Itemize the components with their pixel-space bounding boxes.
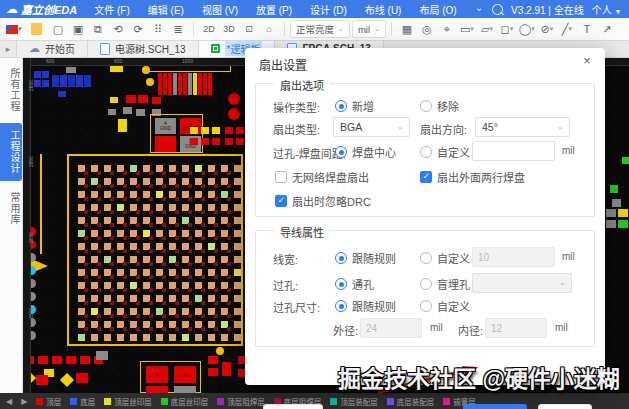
toolbar-icon-right-8[interactable]: ╱▾ — [557, 21, 577, 37]
layer-chip-5[interactable]: 顶层阻焊层 — [217, 396, 265, 407]
pcb-shape-33 — [136, 109, 145, 116]
document-tab-1[interactable]: ☁开始页 — [17, 40, 88, 57]
radio-add[interactable]: 新增 — [335, 98, 374, 114]
search-icon[interactable] — [492, 4, 503, 15]
menu-item-6[interactable]: 布局 (O) — [410, 2, 465, 17]
menu-item-2[interactable]: 视图 (V) — [193, 2, 247, 17]
toolbar-icon-right-4[interactable]: ▱▾ — [477, 21, 497, 37]
bga-inner-pad — [84, 184, 88, 188]
bga-pad — [130, 334, 137, 341]
fanout-options-legend: 扇出选项 — [274, 77, 330, 93]
toolbar-icon-left-1[interactable]: ▣ — [68, 21, 88, 37]
toolbar-icon-left-2[interactable]: ⧉ — [88, 21, 108, 37]
bga-inner-pad — [227, 275, 231, 279]
toolbar-icon-right-1[interactable]: ◎ — [417, 21, 437, 37]
layers-prev-icon[interactable]: ◀ — [6, 397, 12, 406]
radio-width-custom[interactable]: 自定义 — [420, 250, 470, 266]
radio-through-hole[interactable]: 通孔 — [335, 276, 374, 292]
toolbar-icon-right-6[interactable]: ◯▾ — [517, 21, 537, 37]
menu-item-4[interactable]: 设计 (D) — [301, 2, 356, 17]
menu-item-3[interactable]: 放置 (P) — [247, 2, 301, 17]
ruler-y-tick-2: 3000 — [28, 232, 34, 243]
toolbar-icon-right-2[interactable]: ⌖ — [437, 21, 457, 37]
checkbox-no-net-fanout[interactable]: 无网络焊盘扇出 — [275, 169, 369, 185]
inner-diameter-label: 内径: — [458, 322, 483, 338]
radio-blind-buried[interactable]: 盲埋孔 — [420, 276, 470, 292]
bga-inner-pad — [123, 197, 127, 201]
apply-button[interactable]: 应用 — [463, 404, 527, 409]
pcb-shape-16 — [208, 73, 212, 95]
design-rules-button[interactable]: 设计规则... — [263, 404, 323, 409]
layer-flag-button[interactable]: ▾ — [4, 21, 24, 37]
layers-next-icon[interactable]: ▶ — [21, 397, 27, 406]
radio-pad-center[interactable]: 焊盘中心 — [335, 144, 396, 160]
checkbox-ignore-drc[interactable]: 扇出时忽略DRC — [275, 193, 371, 209]
menu-item-1[interactable]: 编辑 (E) — [139, 2, 193, 17]
toolbar-icon-left-4[interactable]: ⟳ — [128, 21, 148, 37]
sidebar-tab-2[interactable]: 工程设计 — [0, 123, 22, 181]
layer-chip-2[interactable]: 底层 — [70, 396, 95, 407]
line-width-input[interactable] — [472, 247, 555, 267]
toolbar-left-icons: ▢▣⧉⟲⟳⠿≣ — [48, 21, 188, 37]
layer-chip-3[interactable]: 顶层丝印层 — [104, 396, 152, 407]
toolbar-icon-right-9[interactable]: T — [577, 21, 597, 37]
bga-inner-pad — [188, 210, 192, 214]
gap-custom-input[interactable] — [472, 141, 555, 161]
toolbar-icon-right-3[interactable]: ▭▾ — [457, 21, 477, 37]
bga-inner-pad — [214, 197, 218, 201]
ruler-x-tick-2: 1000 — [182, 58, 193, 64]
inner-diameter-input[interactable] — [485, 318, 547, 338]
account-menu[interactable]: 个人 ▼ — [592, 2, 622, 17]
bga-inner-pad — [201, 314, 205, 318]
checkbox-outer-rows-fanout[interactable]: 扇出外面两行焊盘 — [420, 169, 525, 185]
toolbar-icon-left-5[interactable]: ⠿ — [148, 21, 168, 37]
toolbar-icon-left-3[interactable]: ⟲ — [108, 21, 128, 37]
toolbar-icon-mode-0[interactable]: 2D — [199, 21, 219, 37]
radio-viasize-follow-rule[interactable]: 跟随规则 — [335, 298, 396, 314]
radio-gap-custom[interactable]: 自定义 — [420, 144, 470, 160]
unit-select[interactable]: mil⌄ — [352, 20, 386, 38]
pcb-shape-94 — [606, 220, 616, 228]
toolbar-icon-right-0[interactable]: ▦ — [397, 21, 417, 37]
new-document-button[interactable] — [26, 21, 46, 37]
toolbar-icon-left-6[interactable]: ≣ — [168, 21, 188, 37]
layer-chip-1[interactable]: 顶层 — [36, 396, 61, 407]
pcb-shape-18 — [42, 71, 49, 78]
toolbar-icon-right-10[interactable]: ↗ — [597, 21, 617, 37]
bga-pad — [169, 334, 176, 341]
bga-pad — [91, 334, 98, 341]
bga-inner-pad — [227, 249, 231, 253]
fanout-direction-select[interactable]: 45°⌄ — [475, 117, 570, 137]
sidebar-tab-1[interactable]: 所有工程 — [0, 61, 22, 119]
bga-inner-pad — [136, 275, 140, 279]
radio-viasize-custom[interactable]: 自定义 — [420, 298, 470, 314]
menu-item-5[interactable]: 布线 (U) — [356, 2, 411, 17]
bga-pad — [195, 334, 202, 341]
toolbar-icon-mode-3[interactable]: ⌂ — [259, 21, 279, 37]
sidebar-tab-3[interactable]: 常用库 — [0, 185, 22, 232]
outer-diameter-input[interactable] — [360, 318, 422, 338]
toolbar-icon-left-0[interactable]: ▢ — [48, 21, 68, 37]
bga-inner-pad — [110, 197, 114, 201]
toolbar-icon-mode-1[interactable]: 3D — [219, 21, 239, 37]
pcb-tab-icon — [211, 44, 220, 53]
radio-remove[interactable]: 移除 — [420, 98, 459, 114]
brightness-select[interactable]: 正常亮度⌄ — [290, 20, 350, 38]
menu-item-0[interactable]: 文件 (F) — [85, 2, 139, 17]
layer-chip-4[interactable]: 底层丝印层 — [161, 396, 209, 407]
toolbar-icon-right-7[interactable]: ⊘▾ — [537, 21, 557, 37]
ruler-x-tick-0: 600 — [46, 58, 54, 64]
cancel-button[interactable]: 取消 — [538, 404, 592, 409]
toolbar-icon-right-5[interactable]: ◻▾ — [497, 21, 517, 37]
dialog-close-button[interactable]: × — [579, 53, 595, 69]
menu-item-7[interactable]: ⌄ — [466, 2, 492, 17]
bga-inner-pad — [162, 327, 166, 331]
fanout-type-select[interactable]: BGA⌄ — [333, 117, 410, 137]
radio-width-follow-rule[interactable]: 跟随规则 — [335, 250, 396, 266]
bga-inner-pad — [136, 223, 140, 227]
toolbar-icon-mode-2[interactable]: ⊡ — [239, 21, 259, 37]
pin-tabs-icon[interactable]: ▸ — [0, 40, 17, 57]
blind-via-select[interactable]: ⌄ — [472, 273, 572, 293]
bga-inner-pad — [214, 210, 218, 214]
document-tab-2[interactable]: 电源树.SCH_13 — [88, 40, 199, 57]
